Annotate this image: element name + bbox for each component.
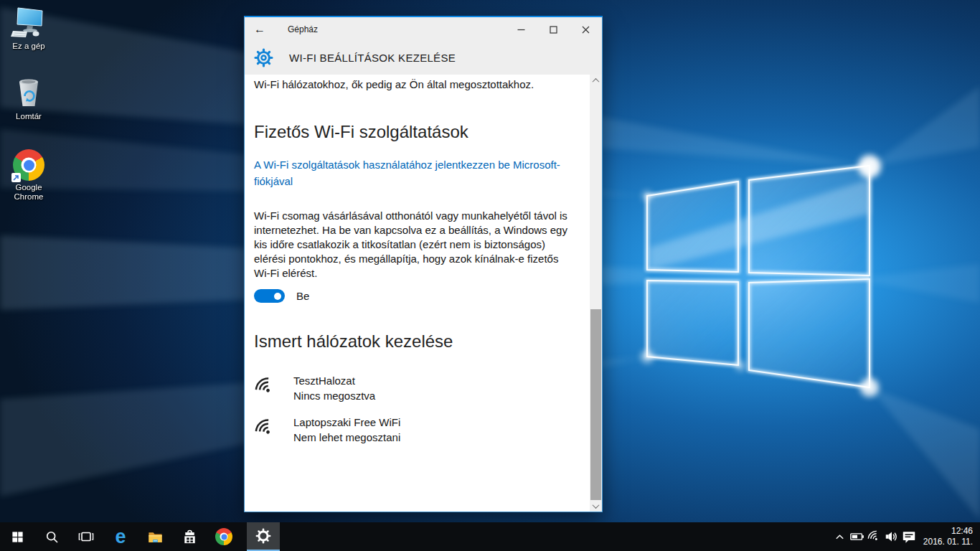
taskbar: e (0, 522, 980, 551)
clock-date: 2016. 01. 11. (923, 537, 973, 547)
file-explorer-button[interactable] (138, 522, 172, 551)
desktop-icon-label: Ez a gép (12, 42, 44, 51)
shortcut-arrow-icon (11, 173, 21, 182)
task-view-icon (78, 529, 94, 545)
titlebar[interactable]: ← Gépház (245, 17, 602, 42)
window-controls (505, 17, 602, 42)
wifi-icon (254, 376, 277, 397)
system-tray: 12:46 2016. 01. 11. (831, 522, 980, 551)
page-title: WI-FI BEÁLLÍTÁSOK KEZELÉSE (289, 52, 456, 64)
start-button[interactable] (0, 522, 34, 551)
chevron-down-icon (593, 501, 600, 509)
chrome-icon (13, 149, 44, 181)
paid-wifi-heading: Fizetős Wi-Fi szolgáltatások (254, 121, 571, 143)
taskbar-clock[interactable]: 12:46 2016. 01. 11. (918, 526, 980, 547)
search-button[interactable] (34, 522, 69, 551)
file-explorer-icon (147, 529, 164, 545)
minimize-button[interactable] (505, 17, 537, 42)
this-pc-icon (11, 6, 47, 39)
back-button[interactable]: ← (248, 19, 271, 40)
wifi-tray-button[interactable] (866, 522, 883, 551)
toggle-state-label: Be (296, 290, 309, 302)
network-text: Laptopszaki Free WiFi Nem lehet megoszta… (293, 415, 400, 445)
toggle-knob (274, 293, 281, 300)
scroll-down-button[interactable] (590, 500, 602, 512)
chrome-icon-ring (22, 158, 37, 173)
signin-link[interactable]: A Wi-Fi szolgáltatások használatához jel… (254, 156, 571, 189)
close-button[interactable] (570, 17, 602, 42)
settings-taskbar-button[interactable] (247, 522, 280, 551)
intro-text: Wi-Fi hálózatokhoz, ők pedig az Ön által… (254, 77, 571, 92)
recycle-bin-icon (13, 75, 44, 110)
chevron-up-icon (834, 532, 845, 542)
network-text: TesztHalozat Nincs megosztva (293, 374, 375, 403)
store-icon (182, 529, 198, 545)
chrome-icon-core (24, 160, 34, 171)
network-status: Nincs megosztva (293, 389, 375, 404)
scrollbar[interactable] (590, 75, 602, 512)
page-header: WI-FI BEÁLLÍTÁSOK KEZELÉSE (245, 42, 602, 73)
network-status: Nem lehet megosztani (293, 430, 400, 446)
scroll-up-button[interactable] (590, 75, 602, 86)
battery-icon (849, 529, 865, 545)
action-center-icon (901, 529, 917, 545)
task-view-button[interactable] (69, 522, 103, 551)
network-item[interactable]: TesztHalozat Nincs megosztva (254, 374, 571, 403)
chrome-taskbar-button[interactable] (207, 522, 241, 551)
paid-wifi-toggle[interactable] (254, 289, 285, 303)
action-center-button[interactable] (900, 522, 918, 551)
network-name: Laptopszaki Free WiFi (293, 415, 400, 430)
scrollbar-thumb[interactable] (590, 309, 601, 500)
chrome-icon-core (221, 534, 227, 540)
close-icon (582, 26, 590, 34)
chevron-up-icon (593, 77, 600, 85)
desktop-icon-google-chrome[interactable]: Google Chrome (0, 149, 57, 202)
network-item[interactable]: Laptopszaki Free WiFi Nem lehet megoszta… (254, 415, 571, 445)
paid-wifi-description: Wi-Fi csomag vásárlásával otthonától vag… (254, 209, 571, 281)
minimize-icon (517, 26, 525, 34)
settings-window: ← Gépház (244, 16, 603, 512)
maximize-button[interactable] (537, 17, 570, 42)
back-icon: ← (254, 23, 265, 35)
speaker-icon (884, 529, 900, 545)
windows-logo-icon (11, 530, 24, 544)
chrome-icon (215, 528, 232, 545)
desktop-icon-recycle-bin[interactable]: Lomtár (0, 75, 57, 121)
edge-button[interactable]: e (103, 522, 138, 551)
window-header-area: ← Gépház (245, 17, 602, 75)
volume-tray-button[interactable] (883, 522, 900, 551)
search-icon (44, 529, 60, 545)
store-button[interactable] (172, 522, 207, 551)
battery-tray-button[interactable] (849, 522, 866, 551)
gear-icon (255, 528, 271, 544)
edge-icon: e (115, 527, 126, 547)
window-title: Gépház (288, 24, 318, 34)
desktop-icon-this-pc[interactable]: Ez a gép (0, 6, 57, 51)
wifi-icon (254, 418, 277, 439)
paid-wifi-toggle-row: Be (254, 289, 571, 303)
clock-time: 12:46 (923, 526, 973, 537)
settings-content: Wi-Fi hálózatokhoz, ők pedig az Ön által… (245, 75, 590, 512)
chrome-icon-ring (220, 533, 228, 541)
known-networks-heading: Ismert hálózatok kezelése (254, 331, 571, 352)
wifi-icon (867, 529, 882, 544)
settings-gear-icon (254, 48, 273, 67)
network-name: TesztHalozat (293, 374, 375, 389)
tray-chevron-up-button[interactable] (831, 522, 849, 551)
desktop-icon-label: Lomtár (16, 112, 42, 121)
maximize-icon (550, 26, 557, 34)
desktop-icon-label: Google Chrome (0, 183, 57, 202)
